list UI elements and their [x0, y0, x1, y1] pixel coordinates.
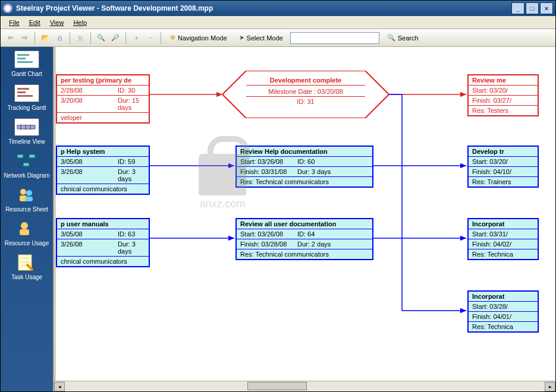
svg-rect-6 — [17, 125, 35, 129]
collapse-icon[interactable]: － — [145, 32, 156, 44]
separator — [34, 32, 35, 44]
milestone-id: ID: 31 — [246, 97, 365, 106]
expand-icon[interactable]: ＋ — [130, 32, 142, 44]
window-title: Steelray Project Viewer - Software Devel… — [16, 4, 511, 12]
network-diagram-canvas[interactable]: per testing (primary de 2/28/08ID: 30 3/… — [54, 47, 555, 381]
task-usage-icon — [14, 254, 39, 271]
sidebar-label: Task Usage — [11, 274, 42, 280]
svg-rect-10 — [17, 154, 23, 158]
node-title: Review Help documentation — [237, 147, 372, 157]
svg-line-13 — [20, 158, 26, 163]
svg-rect-4 — [17, 91, 26, 93]
resource-usage-icon — [14, 220, 39, 238]
svg-rect-20 — [20, 229, 29, 235]
separator — [125, 32, 126, 44]
svg-point-15 — [20, 189, 26, 195]
separator — [70, 32, 70, 44]
svg-rect-18 — [26, 197, 33, 201]
search-button[interactable]: 🔍 Search — [382, 32, 424, 43]
task-node-help-system[interactable]: p Help system 3/05/08ID: 59 3/26/08Dur: … — [56, 146, 150, 195]
sidebar-label: Resource Sheet — [5, 206, 48, 213]
node-title: p Help system — [57, 147, 149, 157]
maximize-button[interactable]: □ — [526, 2, 539, 14]
window-controls: _ □ × — [511, 2, 553, 14]
gantt-chart-icon — [14, 50, 39, 68]
main-area: Gantt Chart Tracking Gantt Timeline View… — [1, 47, 555, 391]
print-icon[interactable]: ⎙ — [54, 32, 65, 44]
timeline-icon — [14, 118, 39, 136]
node-title: Review all user documentation — [237, 219, 372, 229]
select-mode-label: Select Mode — [247, 34, 283, 42]
svg-line-14 — [26, 158, 32, 163]
node-title: p user manuals — [57, 219, 149, 229]
sidebar-item-resource-sheet[interactable]: Resource Sheet — [1, 182, 53, 216]
menu-edit[interactable]: Edit — [24, 18, 45, 27]
svg-point-19 — [21, 222, 28, 229]
copy-icon[interactable]: ⎘ — [74, 32, 86, 44]
separator — [161, 32, 161, 44]
node-title: per testing (primary de — [57, 75, 149, 86]
navigation-mode-button[interactable]: ✥ Navigation Mode — [165, 33, 232, 43]
menu-help[interactable]: Help — [68, 18, 92, 27]
app-window: Steelray Project Viewer - Software Devel… — [0, 0, 556, 392]
forward-button[interactable]: ⇨ — [18, 32, 30, 44]
svg-rect-11 — [29, 154, 35, 158]
zoom-out-icon[interactable]: 🔎 — [109, 32, 121, 44]
scroll-thumb[interactable] — [247, 382, 307, 390]
sidebar-item-network-diagram[interactable]: Network Diagram — [1, 148, 53, 182]
milestone-node-development-complete[interactable]: Development complete Milestone Date : 03… — [222, 71, 389, 118]
task-node-review-me[interactable]: Review me Start: 03/20/ Finish: 03/27/ R… — [467, 74, 539, 116]
task-node-review-all[interactable]: Review all user documentation Start: 03/… — [235, 218, 373, 260]
sidebar-label: Timeline View — [8, 138, 45, 145]
menubar: File Edit View Help — [1, 16, 555, 29]
svg-rect-12 — [23, 163, 29, 166]
tracking-gantt-icon — [14, 84, 39, 102]
resource-sheet-icon — [14, 186, 39, 204]
sidebar-item-tracking-gantt[interactable]: Tracking Gantt — [1, 81, 53, 115]
task-node-review-help[interactable]: Review Help documentation Start: 03/26/0… — [235, 146, 373, 188]
scroll-track[interactable] — [65, 382, 545, 391]
task-node-incorporate-2[interactable]: Incorporat Start: 03/28/ Finish: 04/01/ … — [467, 290, 539, 333]
open-icon[interactable]: 📂 — [39, 32, 51, 44]
nav-mode-icon: ✥ — [170, 34, 175, 42]
sidebar-item-gantt-chart[interactable]: Gantt Chart — [1, 47, 53, 81]
sidebar-item-timeline-view[interactable]: Timeline View — [1, 115, 53, 148]
search-input[interactable] — [290, 32, 379, 44]
horizontal-scrollbar[interactable]: ◂ ▸ — [54, 381, 555, 391]
scroll-left-button[interactable]: ◂ — [54, 382, 65, 391]
close-button[interactable]: × — [540, 2, 553, 14]
network-diagram-icon — [14, 152, 39, 170]
titlebar: Steelray Project Viewer - Software Devel… — [1, 1, 555, 16]
sidebar-item-resource-usage[interactable]: Resource Usage — [1, 216, 53, 250]
select-mode-icon: ➤ — [239, 34, 244, 42]
scroll-right-button[interactable]: ▸ — [545, 382, 555, 391]
zoom-in-icon[interactable]: 🔍 — [95, 32, 107, 44]
task-node-user-manuals[interactable]: p user manuals 3/05/08ID: 63 3/26/08Dur:… — [56, 218, 150, 267]
menu-view[interactable]: View — [45, 18, 69, 27]
milestone-title: Development complete — [246, 75, 365, 86]
sidebar-label: Network Diagram — [4, 172, 49, 179]
back-button[interactable]: ⇦ — [4, 32, 16, 44]
minimize-button[interactable]: _ — [511, 2, 524, 14]
search-icon: 🔍 — [387, 34, 395, 42]
select-mode-button[interactable]: ➤ Select Mode — [234, 33, 288, 43]
svg-rect-0 — [17, 54, 29, 56]
nav-mode-label: Navigation Mode — [178, 34, 227, 42]
task-node-develop-tr[interactable]: Develop tr Start: 03/20/ Finish: 04/10/ … — [467, 146, 539, 188]
svg-rect-2 — [17, 61, 33, 63]
svg-rect-3 — [17, 88, 29, 90]
menu-file[interactable]: File — [4, 18, 24, 27]
sidebar: Gantt Chart Tracking Gantt Timeline View… — [1, 47, 54, 391]
task-node-developer-testing[interactable]: per testing (primary de 2/28/08ID: 30 3/… — [56, 74, 150, 124]
sidebar-item-task-usage[interactable]: Task Usage — [1, 250, 53, 284]
svg-point-16 — [26, 190, 32, 196]
node-title: Incorporat — [469, 219, 538, 229]
sidebar-label: Gantt Chart — [11, 71, 42, 77]
task-node-incorporate-1[interactable]: Incorporat Start: 03/31/ Finish: 04/02/ … — [467, 218, 539, 260]
separator — [90, 32, 91, 44]
canvas-wrap: per testing (primary de 2/28/08ID: 30 3/… — [54, 47, 555, 391]
watermark-text: anxz.com — [199, 198, 246, 210]
search-label: Search — [398, 34, 419, 42]
app-icon — [3, 4, 12, 13]
node-title: Develop tr — [469, 147, 538, 157]
